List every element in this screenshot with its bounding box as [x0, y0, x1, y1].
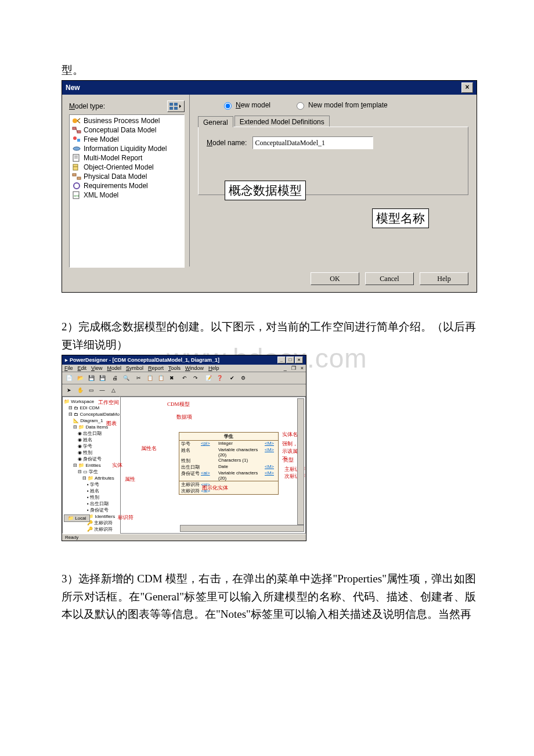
menu-bar[interactable]: File Edit View Model Symbol Report Tools… — [62, 365, 306, 372]
minimize-icon[interactable]: _ — [277, 357, 286, 363]
model-name-label: Model name: — [207, 139, 247, 147]
open-icon[interactable]: 📂 — [75, 373, 85, 383]
ann-type: 类型 — [283, 456, 294, 464]
undo-icon[interactable]: ↶ — [179, 373, 190, 383]
tree-attr[interactable]: ▪ 性别 — [64, 494, 118, 501]
ann-diagram: 图表 — [106, 420, 117, 427]
paragraph-2: 2）完成概念数据模型的创建。以下图示，对当前的工作空间进行简单介绍。（以后再更详… — [62, 318, 476, 354]
tree-di[interactable]: ◉ 姓名 — [64, 437, 118, 443]
mdi-restore-icon[interactable]: ❐ — [291, 365, 296, 371]
list-item[interactable]: Information Liquidity Model — [70, 144, 184, 153]
new-icon[interactable]: 📄 — [64, 373, 74, 383]
menu-tools[interactable]: Tools — [168, 365, 181, 371]
saveall-icon[interactable]: 💾 — [97, 373, 107, 383]
svg-rect-0 — [169, 103, 173, 106]
ok-button[interactable]: OK — [311, 272, 359, 285]
list-item[interactable]: Multi-Model Report — [70, 153, 184, 163]
model-type-list[interactable]: Business Process Model Conceptual Data M… — [69, 114, 185, 268]
mdi-minimize-icon[interactable]: _ — [284, 365, 287, 371]
tab-general[interactable]: General — [198, 116, 233, 127]
help-icon[interactable]: ❓ — [214, 373, 225, 383]
list-item[interactable]: Conceptual Data Model — [70, 125, 184, 135]
list-item[interactable]: Requirements Model — [70, 181, 184, 190]
tree-attr[interactable]: ▪ 身份证号 — [64, 507, 118, 513]
paste-icon[interactable]: 📋 — [156, 373, 166, 383]
pd-title: PowerDesigner - [CDM ConceptualDataModel… — [70, 357, 219, 363]
save-icon[interactable]: 💾 — [86, 373, 96, 383]
delete-icon[interactable]: ✖ — [167, 373, 177, 383]
preview-icon[interactable]: 🔍 — [121, 373, 131, 383]
menu-report[interactable]: Report — [148, 365, 164, 371]
cut-icon[interactable]: ✂ — [134, 373, 144, 383]
dialog-title: New — [66, 84, 80, 92]
tree-entity[interactable]: ⊟ ▭ 学生 — [64, 469, 118, 475]
svg-rect-16 — [73, 174, 76, 176]
tree-di[interactable]: ◉ 身份证号 — [64, 456, 118, 462]
list-item[interactable]: Business Process Model — [70, 116, 184, 125]
tab-extended[interactable]: Extended Model Definitions — [234, 116, 330, 127]
tree-di[interactable]: ◉ 出生日期 — [64, 430, 118, 437]
redo-icon[interactable]: ↷ — [190, 373, 201, 383]
pd-app-icon: ▸ — [65, 357, 68, 363]
tree-attr[interactable]: ▪ 姓名 — [64, 488, 118, 494]
tree-id[interactable]: 🔑 次标识符 — [64, 526, 118, 532]
entity-header: 学生 — [179, 433, 278, 441]
rel-icon[interactable]: — — [97, 386, 107, 395]
inherit-icon[interactable]: △ — [108, 386, 118, 395]
tree-attrs[interactable]: ⊟ 📁 Attributes — [64, 475, 118, 481]
paragraph-3: 3）选择新增的 CDM 模型，右击，在弹出的菜单中选择"Properties"属… — [62, 570, 476, 623]
tree-attr[interactable]: ▪ 出生日期 — [64, 501, 118, 507]
status-bar: Ready — [62, 534, 306, 541]
menu-model[interactable]: Model — [107, 365, 121, 371]
maximize-icon[interactable]: □ — [286, 357, 294, 363]
menu-file[interactable]: File — [64, 365, 73, 371]
grabber-icon[interactable]: ✋ — [75, 386, 85, 395]
menu-edit[interactable]: Edit — [78, 365, 87, 371]
list-item[interactable]: Physical Data Model — [70, 172, 184, 181]
mdi-close-icon[interactable]: × — [301, 365, 304, 371]
help-button[interactable]: Help — [420, 272, 468, 285]
ann-identifier: 标识符 — [118, 514, 134, 521]
new-model-radio[interactable]: New model — [221, 100, 270, 110]
list-item[interactable]: Object-Oriented Model — [70, 163, 184, 172]
copy-icon[interactable]: 📋 — [145, 373, 155, 383]
menu-help[interactable]: Help — [208, 365, 219, 371]
cdm-icon — [72, 126, 81, 134]
svg-rect-5 — [73, 127, 76, 129]
browser-tree[interactable]: 📁 Workspace ⊟ 🗀 EDI CDM ⊟ 🗀 ConceptualDa… — [62, 397, 120, 534]
check-icon[interactable]: ✔ — [227, 373, 237, 383]
menu-window[interactable]: Window — [185, 365, 204, 371]
menu-symbol[interactable]: Symbol — [126, 365, 143, 371]
list-item[interactable]: xmlXML Model — [70, 190, 184, 200]
view-mode-button[interactable] — [167, 100, 185, 112]
toolbar-1: 📄 📂 💾 💾 🖨 🔍 ✂ 📋 📋 ✖ ↶ ↷ 📝 ❓ ✔ — [62, 372, 306, 384]
close-icon[interactable]: × — [295, 357, 303, 363]
entity-symbol[interactable]: 学生 学号<pi>Integer<M> 姓名Variable character… — [179, 432, 279, 495]
free-icon — [72, 135, 81, 143]
menu-view[interactable]: View — [91, 365, 102, 371]
print-icon[interactable]: 🖨 — [110, 373, 120, 383]
tree-di[interactable]: ◉ 性别 — [64, 449, 118, 456]
cancel-button[interactable]: Cancel — [365, 272, 414, 285]
tree-di[interactable]: ◉ 学号 — [64, 443, 118, 449]
ann-workspace: 工作空间 — [98, 399, 119, 406]
ilm-icon — [72, 145, 81, 153]
pointer-icon[interactable]: ➤ — [64, 386, 74, 395]
list-item[interactable]: Free Model — [70, 135, 184, 144]
tree-cdm[interactable]: ⊟ 🗀 ConceptualDataModel_1 * — [64, 411, 118, 417]
scrollbar-h[interactable] — [180, 525, 304, 532]
local-tab[interactable]: 📁 Local — [64, 514, 90, 522]
model-name-field[interactable] — [252, 136, 373, 149]
close-icon[interactable]: × — [461, 82, 473, 93]
props-icon[interactable]: 📝 — [203, 373, 214, 383]
diagram-canvas[interactable]: 学生 学号<pi>Integer<M> 姓名Variable character… — [120, 397, 306, 534]
new-from-template-radio[interactable]: New model from template — [294, 100, 388, 110]
pdm-icon — [72, 172, 81, 181]
gen-icon[interactable]: ⚙ — [238, 373, 248, 383]
mmr-icon — [72, 154, 81, 162]
bpm-icon — [72, 117, 81, 125]
tree-entities[interactable]: ⊟ 📁 Entities — [64, 462, 118, 469]
tree-attr[interactable]: ▪ 学号 — [64, 481, 118, 488]
entity-icon[interactable]: ▭ — [86, 386, 96, 395]
scrollbar-v[interactable] — [297, 398, 304, 525]
